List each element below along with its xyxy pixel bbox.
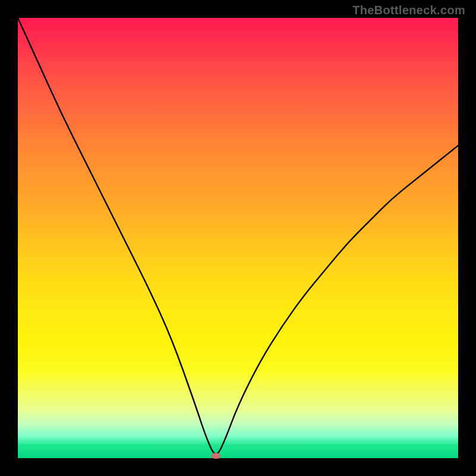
watermark-text: TheBottleneck.com — [352, 4, 465, 17]
curve-svg — [18, 18, 458, 458]
optimal-point-marker — [211, 453, 221, 459]
chart-frame: TheBottleneck.com — [0, 0, 476, 476]
bottleneck-curve — [18, 18, 458, 454]
